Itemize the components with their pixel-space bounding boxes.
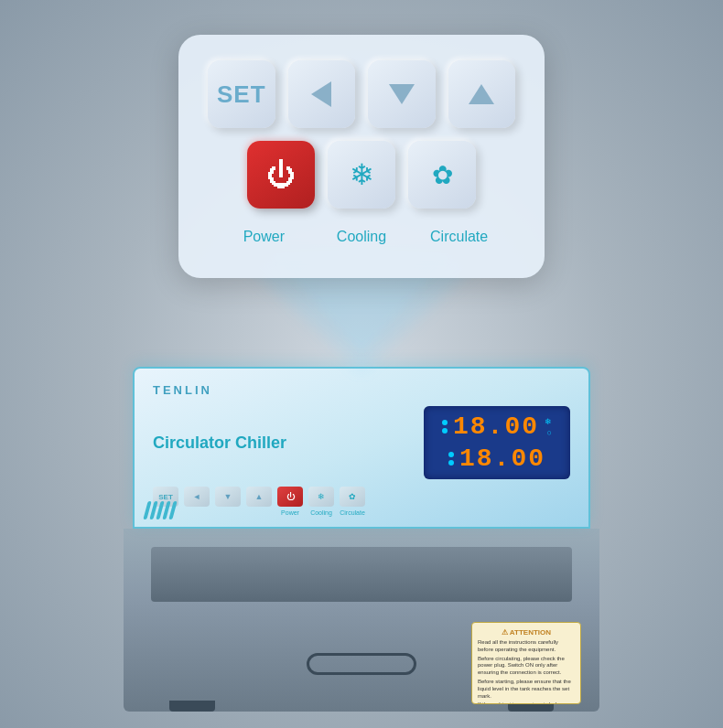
circulate-label: Circulate bbox=[426, 229, 493, 245]
lcd-icon-snowflake: ❄ bbox=[545, 417, 552, 426]
lcd-left-icons bbox=[442, 420, 448, 434]
power-icon: ⏻ bbox=[266, 158, 296, 192]
lcd-temp2: 18.00 bbox=[459, 444, 545, 473]
top-buttons-row: SET bbox=[208, 60, 515, 128]
attention-line-4: If the ambient temperature is below 4°C,… bbox=[478, 701, 575, 704]
machine-power-small-label: Power bbox=[277, 509, 303, 516]
circulate-button[interactable]: ✿ bbox=[408, 141, 476, 209]
attention-label: ⚠ ATTENTION Read all the instructions ca… bbox=[471, 622, 581, 704]
machine-handle bbox=[307, 653, 416, 675]
control-panel: SET ⏻ ❄ ✿ bbox=[178, 35, 545, 278]
cooling-button[interactable]: ❄ bbox=[328, 141, 395, 209]
lcd-dot-1 bbox=[442, 420, 448, 425]
decorative-stripes bbox=[146, 501, 175, 519]
brand-logo: TENLIN bbox=[153, 383, 570, 397]
left-arrow-icon bbox=[311, 81, 331, 107]
machine-cooling-small-label: Cooling bbox=[308, 509, 334, 516]
attention-line-1: Read all the instructions carefully befo… bbox=[478, 639, 575, 654]
attention-line-2: Before circulating, please check the pow… bbox=[478, 656, 575, 677]
lcd-dot-3 bbox=[448, 452, 454, 457]
lcd-row-1: 18.00 ❄ ○ bbox=[442, 412, 552, 441]
machine-top-inner: Circulator Chiller 18.00 ❄ ○ bbox=[153, 406, 570, 479]
lcd-dot-2 bbox=[442, 428, 448, 434]
up-arrow-icon bbox=[469, 84, 494, 104]
main-container: SET ⏻ ❄ ✿ bbox=[32, 16, 691, 712]
machine-arr-label-space3 bbox=[246, 509, 272, 516]
lcd-right-icons: ❄ ○ bbox=[545, 417, 552, 437]
attention-line-3: Before starting, please ensure that the … bbox=[478, 679, 575, 700]
lcd-dot-4 bbox=[448, 460, 454, 466]
machine-circulate-button[interactable]: ✿ bbox=[340, 487, 365, 507]
machine-up-button[interactable]: ▲ bbox=[246, 487, 272, 507]
machine-circulate-small-label: Circulate bbox=[340, 509, 365, 516]
machine-wrapper: TENLIN Circulator Chiller 18.00 ❄ ○ bbox=[105, 367, 618, 712]
lcd-row-2: 18.00 bbox=[448, 444, 545, 473]
machine-body: ⚠ ATTENTION Read all the instructions ca… bbox=[124, 529, 599, 712]
product-label: Circulator Chiller bbox=[153, 434, 409, 453]
cooling-label: Cooling bbox=[328, 229, 395, 245]
lcd-left-icons-2 bbox=[448, 452, 454, 466]
fan-icon: ✿ bbox=[432, 160, 453, 190]
machine-down-button[interactable]: ▼ bbox=[215, 487, 241, 507]
lcd-temp1: 18.00 bbox=[453, 412, 539, 441]
machine-left-button[interactable]: ◄ bbox=[184, 487, 210, 507]
machine-button-labels: Power Cooling Circulate bbox=[153, 509, 570, 516]
machine-arr-label-space2 bbox=[215, 509, 241, 516]
lcd-icon-circle: ○ bbox=[547, 428, 552, 437]
set-button[interactable]: SET bbox=[208, 60, 275, 128]
bottom-buttons-row: ⏻ ❄ ✿ bbox=[208, 141, 515, 209]
down-arrow-icon bbox=[389, 84, 415, 104]
attention-title: ⚠ ATTENTION bbox=[478, 628, 575, 637]
machine-power-button[interactable]: ⏻ bbox=[277, 487, 303, 507]
function-labels-row: Power Cooling Circulate bbox=[208, 229, 515, 245]
foot-left bbox=[169, 701, 215, 712]
machine-cooling-button[interactable]: ❄ bbox=[308, 487, 334, 507]
down-arrow-button[interactable] bbox=[368, 60, 436, 128]
lcd-display: 18.00 ❄ ○ 18.00 bbox=[424, 406, 570, 479]
machine-arr-label-space1 bbox=[184, 509, 210, 516]
up-arrow-button[interactable] bbox=[448, 60, 516, 128]
left-arrow-button[interactable] bbox=[288, 60, 356, 128]
power-label: Power bbox=[230, 229, 297, 245]
machine-small-buttons: SET ◄ ▼ ▲ ⏻ ❄ ✿ bbox=[153, 487, 570, 507]
machine-body-inner bbox=[151, 547, 572, 602]
machine-top-panel: TENLIN Circulator Chiller 18.00 ❄ ○ bbox=[133, 367, 590, 529]
snowflake-icon: ❄ bbox=[350, 157, 374, 192]
power-button[interactable]: ⏻ bbox=[247, 141, 315, 209]
